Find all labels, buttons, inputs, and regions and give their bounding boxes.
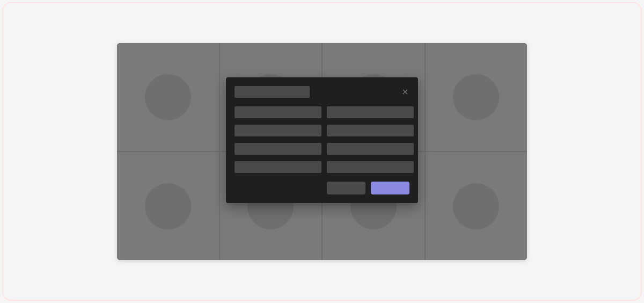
- modal-fields: [235, 106, 409, 173]
- confirm-button[interactable]: [371, 182, 409, 194]
- modal-field-8[interactable]: [327, 161, 414, 173]
- cancel-button[interactable]: [327, 182, 365, 194]
- modal-field-7[interactable]: [235, 161, 321, 173]
- modal-field-2[interactable]: [327, 106, 414, 118]
- modal-title: [235, 86, 310, 98]
- close-icon[interactable]: [401, 88, 409, 96]
- app-window: [117, 43, 527, 260]
- modal-header: [235, 86, 409, 98]
- modal-field-4[interactable]: [327, 125, 414, 136]
- modal-field-1[interactable]: [235, 106, 321, 118]
- modal-field-3[interactable]: [235, 125, 321, 136]
- modal-field-5[interactable]: [235, 143, 321, 155]
- modal-footer: [235, 182, 409, 194]
- modal-field-6[interactable]: [327, 143, 414, 155]
- modal-overlay: [117, 43, 527, 260]
- modal-dialog: [226, 77, 418, 203]
- outer-frame: [2, 2, 642, 301]
